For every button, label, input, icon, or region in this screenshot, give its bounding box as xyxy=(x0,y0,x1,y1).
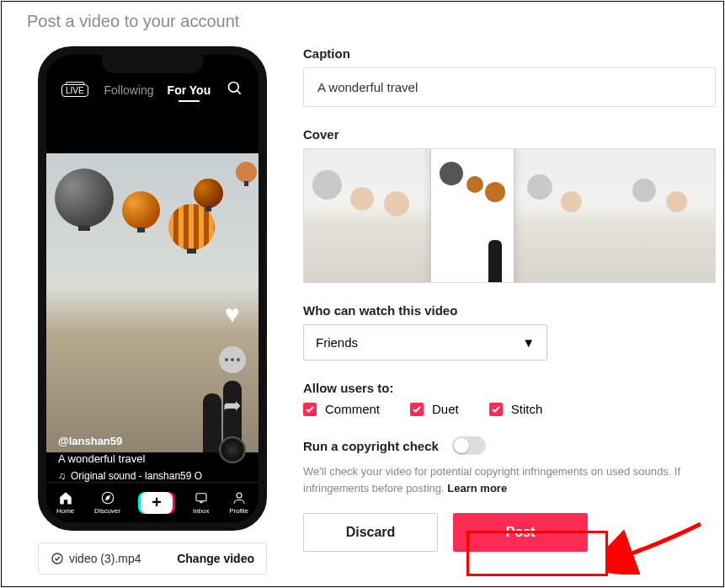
live-icon: LIVE xyxy=(61,84,88,97)
check-icon xyxy=(303,403,317,416)
change-video-link[interactable]: Change video xyxy=(177,552,254,565)
preview-username: @lanshan59 xyxy=(58,435,202,447)
check-icon xyxy=(410,403,424,416)
post-button[interactable]: Post xyxy=(453,513,588,552)
cover-selected-frame[interactable] xyxy=(430,148,514,283)
tab-following[interactable]: Following xyxy=(104,83,153,97)
preview-caption: A wonderful travel xyxy=(58,452,202,465)
privacy-value: Friends xyxy=(316,335,358,350)
page-title: Post a video to your account xyxy=(2,2,723,31)
nav-home[interactable]: Home xyxy=(56,490,74,515)
checkbox-duet[interactable]: Duet xyxy=(410,402,459,416)
learn-more-link[interactable]: Learn more xyxy=(447,482,507,494)
copyright-label: Run a copyright check xyxy=(303,439,439,453)
preview-sound: ♫ Original sound - lanshan59 O xyxy=(58,470,202,482)
cover-selector[interactable] xyxy=(303,148,716,283)
svg-line-1 xyxy=(237,91,240,94)
nav-discover[interactable]: Discover xyxy=(94,490,120,515)
tab-for-you[interactable]: For You xyxy=(168,83,211,97)
nav-create-button[interactable]: + xyxy=(141,492,173,514)
svg-point-5 xyxy=(52,553,62,564)
svg-point-4 xyxy=(237,493,242,498)
caption-label: Caption xyxy=(303,46,716,61)
svg-rect-3 xyxy=(196,494,206,501)
file-row: video (3).mp4 Change video xyxy=(38,543,267,575)
sound-disc-icon[interactable] xyxy=(219,436,246,463)
chevron-down-icon: ▼ xyxy=(522,335,535,350)
check-icon xyxy=(489,403,503,416)
svg-point-0 xyxy=(228,83,238,93)
privacy-label: Who can watch this video xyxy=(303,303,716,318)
comment-icon[interactable] xyxy=(218,345,247,374)
phone-preview: LIVE Following For You ♥ xyxy=(38,46,267,531)
caption-input[interactable] xyxy=(303,67,716,107)
discard-button[interactable]: Discard xyxy=(303,513,438,552)
like-icon[interactable]: ♥ xyxy=(218,300,247,329)
cover-label: Cover xyxy=(303,127,716,142)
checkbox-comment[interactable]: Comment xyxy=(303,402,380,416)
share-icon[interactable]: ➦ xyxy=(218,391,247,420)
copyright-description: We'll check your video for potential cop… xyxy=(303,463,716,496)
allow-label: Allow users to: xyxy=(303,381,716,395)
checkbox-stitch[interactable]: Stitch xyxy=(489,402,543,416)
file-name: video (3).mp4 xyxy=(51,552,141,565)
search-icon[interactable] xyxy=(227,80,243,100)
privacy-select[interactable]: Friends ▼ xyxy=(303,324,547,361)
nav-profile[interactable]: Profile xyxy=(229,490,248,515)
nav-inbox[interactable]: Inbox xyxy=(193,490,210,515)
copyright-toggle[interactable] xyxy=(452,436,486,455)
